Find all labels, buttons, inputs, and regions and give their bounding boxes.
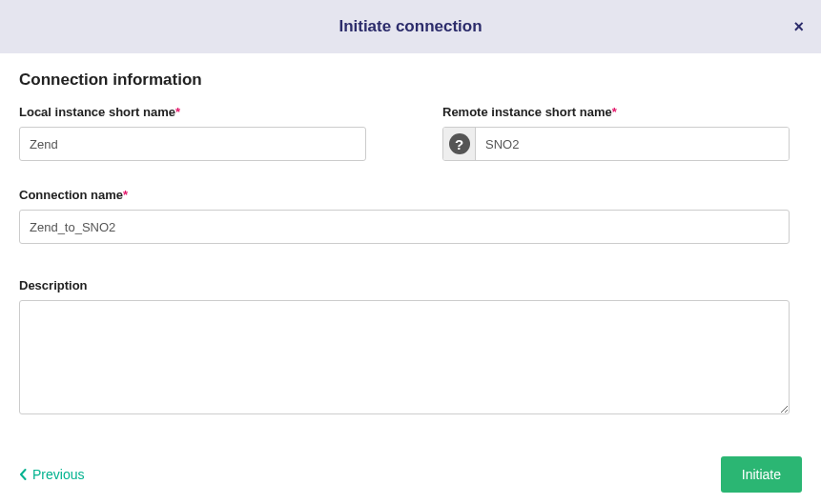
local-instance-input[interactable] xyxy=(19,127,366,161)
previous-label: Previous xyxy=(32,467,84,482)
field-connection-name: Connection name* xyxy=(19,188,790,244)
required-asterisk: * xyxy=(123,188,128,202)
connection-name-label: Connection name* xyxy=(19,188,790,202)
description-label: Description xyxy=(19,278,790,292)
chevron-left-icon xyxy=(19,469,27,480)
dialog-title: Initiate connection xyxy=(339,17,482,36)
help-icon-box[interactable]: ? xyxy=(443,128,476,160)
dialog-footer: Previous Initiate xyxy=(0,445,821,504)
previous-button[interactable]: Previous xyxy=(19,467,84,482)
field-local-instance: Local instance short name* xyxy=(19,105,366,161)
field-remote-instance: Remote instance short name* ? xyxy=(442,105,790,161)
local-instance-label: Local instance short name* xyxy=(19,105,366,119)
dialog-header: Initiate connection × xyxy=(0,0,821,53)
required-asterisk: * xyxy=(175,105,180,119)
description-textarea[interactable] xyxy=(19,300,790,414)
row-instance-names: Local instance short name* Remote instan… xyxy=(19,105,802,161)
section-title: Connection information xyxy=(19,71,802,90)
remote-input-wrapper: ? xyxy=(442,127,790,161)
content-body: Connection information Local instance sh… xyxy=(0,53,821,433)
help-icon: ? xyxy=(449,133,470,154)
label-text: Connection name xyxy=(19,188,123,202)
close-icon[interactable]: × xyxy=(793,18,804,35)
field-description: Description xyxy=(19,278,790,414)
label-text: Local instance short name xyxy=(19,105,175,119)
required-asterisk: * xyxy=(612,105,617,119)
connection-name-input[interactable] xyxy=(19,210,790,244)
label-text: Remote instance short name xyxy=(442,105,612,119)
remote-instance-label: Remote instance short name* xyxy=(442,105,790,119)
remote-instance-input[interactable] xyxy=(476,128,789,160)
content-scroll-area[interactable]: Connection information Local instance sh… xyxy=(0,53,821,445)
initiate-button[interactable]: Initiate xyxy=(721,456,802,493)
